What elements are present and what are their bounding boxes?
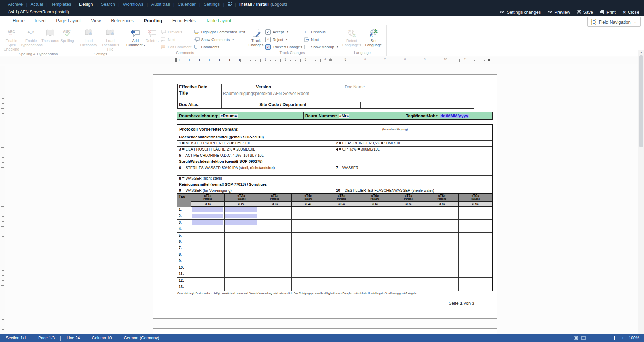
log-cell[interactable]	[459, 252, 492, 258]
log-cell[interactable]	[392, 265, 425, 271]
highlight-commented-text-button[interactable]: Highlight Commented Text	[193, 29, 244, 35]
log-cell[interactable]	[225, 233, 258, 239]
log-cell[interactable]	[325, 233, 358, 239]
log-cell[interactable]	[459, 226, 492, 232]
log-cell[interactable]	[258, 271, 292, 277]
user-menu[interactable]: Install / Install(Logout)	[236, 2, 287, 7]
log-cell[interactable]	[292, 278, 325, 284]
log-cell[interactable]	[392, 252, 425, 258]
t-field-header[interactable]: «T8»Paraphe	[425, 194, 459, 201]
status-line-24[interactable]: Line 24	[61, 336, 86, 341]
highlighted-form-field[interactable]	[225, 214, 257, 218]
log-cell[interactable]	[225, 220, 258, 226]
log-cell[interactable]	[425, 239, 459, 245]
highlighted-form-field[interactable]	[192, 214, 223, 218]
detect-languages-button[interactable]: ?文 Detect Languages	[340, 27, 363, 50]
log-cell[interactable]	[292, 284, 325, 291]
tab-view[interactable]: View	[86, 16, 106, 25]
log-cell[interactable]	[392, 220, 425, 226]
f-field-header[interactable]: «F1»	[191, 202, 225, 206]
log-cell[interactable]	[258, 258, 292, 265]
zoom-slider-thumb[interactable]	[614, 336, 615, 340]
status-section-1-1[interactable]: Section 1/1	[0, 336, 32, 341]
log-cell[interactable]	[292, 265, 325, 271]
log-cell[interactable]	[358, 207, 392, 213]
menu-item-templates[interactable]: Templates	[48, 2, 74, 7]
log-cell[interactable]	[292, 252, 325, 258]
tab-stop-marker[interactable]: L	[199, 59, 201, 61]
doc-name-value[interactable]	[385, 84, 474, 90]
zoom-in-button[interactable]: +	[621, 336, 624, 340]
next-comment-button[interactable]: Next	[160, 36, 192, 43]
log-cell[interactable]	[325, 245, 358, 252]
previous-change-button[interactable]: Previous	[303, 29, 336, 35]
tab-stop-marker[interactable]: L	[219, 59, 221, 61]
fit-page-icon[interactable]	[574, 336, 578, 340]
site-code-value[interactable]	[360, 102, 474, 108]
log-cell[interactable]	[191, 284, 225, 291]
log-cell[interactable]	[191, 207, 225, 213]
log-cell[interactable]	[225, 271, 258, 277]
log-cell[interactable]	[225, 213, 258, 219]
log-cell[interactable]	[459, 245, 492, 252]
zoom-out-button[interactable]: −	[589, 336, 591, 340]
menu-item-archive[interactable]: Archive	[5, 2, 26, 7]
log-cell[interactable]	[225, 239, 258, 245]
fit-width-icon[interactable]	[581, 336, 586, 340]
log-cell[interactable]	[325, 284, 358, 291]
raum-nummer-field[interactable]: «Nr»	[339, 114, 350, 118]
vertical-ruler[interactable]	[0, 66, 5, 334]
t-field-header[interactable]: «T5»Paraphe	[325, 194, 358, 201]
log-cell[interactable]	[392, 207, 425, 213]
log-cell[interactable]	[191, 239, 225, 245]
t-field-header[interactable]: «T2»Paraphe	[225, 194, 258, 201]
log-cell[interactable]	[225, 245, 258, 252]
log-cell[interactable]	[392, 258, 425, 265]
show-markup-button[interactable]: Show Markup ▾	[303, 44, 336, 50]
log-cell[interactable]	[292, 220, 325, 226]
tab-insert[interactable]: Insert	[30, 16, 51, 25]
log-cell[interactable]	[325, 278, 358, 284]
log-cell[interactable]	[425, 245, 459, 252]
status-page-1-3[interactable]: Page 1/3	[32, 336, 61, 341]
t-field-header[interactable]: «T7»Paraphe	[392, 194, 425, 201]
log-cell[interactable]	[459, 207, 492, 213]
log-cell[interactable]	[191, 271, 225, 277]
log-cell[interactable]	[358, 245, 392, 252]
log-cell[interactable]	[459, 284, 492, 291]
log-cell[interactable]	[358, 213, 392, 219]
log-cell[interactable]	[358, 258, 392, 265]
settings-changes-button[interactable]: Settings changes	[500, 10, 541, 15]
comments-dialog-button[interactable]: Comments...	[193, 44, 244, 50]
log-cell[interactable]	[325, 213, 358, 219]
tracked-changes-dialog-button[interactable]: ✓ Tracked Changes...	[264, 44, 303, 50]
status-column-10[interactable]: Column 10	[86, 336, 118, 341]
tab-stop-marker[interactable]: L	[179, 59, 181, 61]
log-cell[interactable]	[459, 233, 492, 239]
log-cell[interactable]	[191, 258, 225, 265]
highlighted-form-field[interactable]	[192, 220, 223, 225]
log-cell[interactable]	[292, 271, 325, 277]
zoom-slider[interactable]	[594, 338, 618, 338]
log-cell[interactable]	[191, 252, 225, 258]
add-comment-button[interactable]: Add Comment▾	[126, 27, 145, 50]
log-cell[interactable]	[459, 220, 492, 226]
scroll-up-icon[interactable]: ▲	[638, 51, 644, 54]
log-cell[interactable]	[225, 252, 258, 258]
log-cell[interactable]	[191, 220, 225, 226]
f-field-header[interactable]: «F8»	[425, 202, 459, 206]
shortcut-keys-icon[interactable]	[225, 2, 235, 6]
log-cell[interactable]	[258, 278, 292, 284]
log-cell[interactable]	[392, 284, 425, 291]
log-cell[interactable]	[425, 284, 459, 291]
f-field-header[interactable]: «F9»	[459, 202, 492, 206]
next-change-button[interactable]: Next	[303, 36, 336, 43]
log-cell[interactable]	[191, 213, 225, 219]
log-cell[interactable]	[292, 207, 325, 213]
menu-item-workflows[interactable]: Workflows	[120, 2, 146, 7]
accept-change-button[interactable]: ✓ Accept ▾	[264, 29, 303, 35]
tab-stop-marker[interactable]: L	[189, 59, 191, 61]
effective-date-value[interactable]	[221, 84, 254, 90]
log-cell[interactable]	[358, 252, 392, 258]
show-comments-button[interactable]: Show Comments ▾	[193, 36, 244, 43]
